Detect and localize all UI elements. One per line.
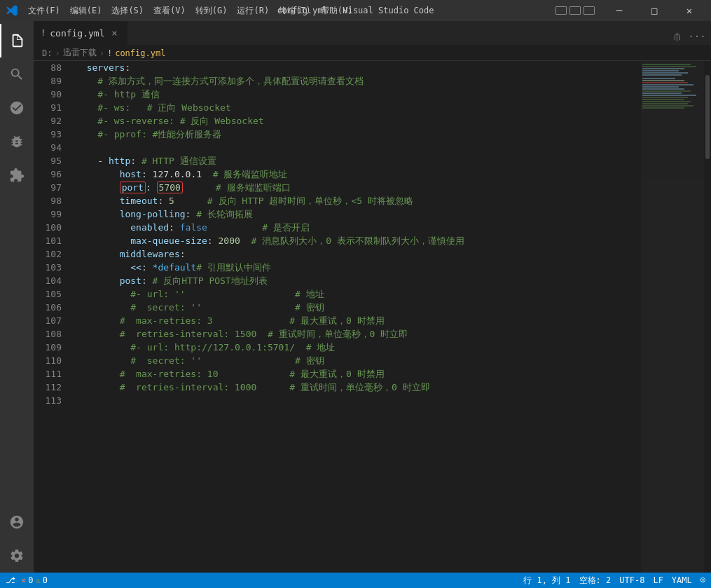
code-line: port: 5700 # 服务端监听端口 — [76, 181, 641, 194]
minimize-button[interactable]: ─ — [603, 0, 635, 21]
line-number: 102 — [34, 247, 70, 261]
code-line — [76, 141, 641, 154]
line-number: 92 — [34, 114, 70, 128]
activity-bar-bottom — [0, 505, 34, 573]
activity-account-icon[interactable] — [0, 505, 34, 539]
line-ending: LF — [653, 575, 663, 585]
code-line: middlewares: — [76, 247, 641, 261]
warning-count: 0 — [43, 575, 48, 585]
menu-edit[interactable]: 编辑(E) — [66, 4, 106, 18]
tab-close-button[interactable]: × — [109, 27, 120, 39]
code-line: # secret: '' # 密钥 — [76, 354, 641, 367]
activity-debug-icon[interactable] — [0, 125, 34, 158]
breadcrumb: D: › 迅雷下载 › ! config.yml — [34, 46, 711, 61]
code-line: #- ws: # 正向 Websocket — [76, 101, 641, 114]
activity-bar — [0, 21, 34, 573]
scrollbar-thumb[interactable] — [705, 75, 710, 159]
menu-goto[interactable]: 转到(G) — [191, 4, 232, 18]
line-number: 107 — [34, 314, 70, 327]
code-line: post: # 反向HTTP POST地址列表 — [76, 274, 641, 287]
menu-file[interactable]: 文件(F) — [24, 4, 64, 18]
activity-extensions-icon[interactable] — [0, 158, 34, 192]
tab-actions: ⫛ ··· — [669, 28, 711, 45]
code-line: # max-retries: 10 # 最大重试，0 时禁用 — [76, 367, 641, 381]
indentation: 空格: 2 — [579, 575, 612, 587]
line-numbers-gutter: 8889909192939495969798991001011021031041… — [34, 61, 70, 573]
maximize-button[interactable]: □ — [638, 0, 670, 21]
breadcrumb-file[interactable]: config.yml — [115, 48, 165, 58]
line-number: 95 — [34, 154, 70, 167]
vscode-logo-icon — [6, 4, 18, 17]
warning-icon: ⚠ — [35, 575, 40, 585]
editor-content[interactable]: 8889909192939495969798991001011021031041… — [34, 61, 711, 573]
line-number: 101 — [34, 234, 70, 247]
code-line: servers: — [76, 61, 641, 74]
main-layout: ! config.yml × ⫛ ··· D: › 迅雷下载 › ! confi… — [0, 21, 711, 573]
language-item[interactable]: YAML — [672, 575, 692, 585]
language: YAML — [672, 575, 692, 585]
code-line: # 添加方式，同一连接方式可添加多个，具体配置说明请查看文档 — [76, 74, 641, 88]
cursor-position-item[interactable]: 行 1, 列 1 — [523, 575, 570, 587]
status-bar: ⎇ ✕ 0 ⚠ 0 行 1, 列 1 空格: 2 UTF-8 LF YAML ☺ — [0, 573, 711, 588]
line-number: 113 — [34, 394, 70, 407]
error-count: 0 — [28, 575, 33, 585]
activity-settings-icon[interactable] — [0, 539, 34, 573]
line-number: 96 — [34, 167, 70, 181]
activity-git-icon[interactable] — [0, 91, 34, 125]
more-actions-button[interactable]: ··· — [689, 28, 705, 45]
indentation-item[interactable]: 空格: 2 — [579, 575, 612, 587]
line-number: 111 — [34, 367, 70, 381]
code-line: #- http 通信 — [76, 88, 641, 101]
encoding: UTF-8 — [619, 575, 644, 585]
title-bar-right: ─ □ ✕ — [555, 0, 705, 21]
code-line: # secret: '' # 密钥 — [76, 301, 641, 314]
code-line: # retries-interval: 1500 # 重试时间，单位毫秒，0 时… — [76, 327, 641, 341]
line-number: 91 — [34, 101, 70, 114]
source-control-icon: ⎇ — [6, 575, 15, 585]
activity-explorer-icon[interactable] — [0, 24, 34, 57]
layout-icon-2[interactable] — [570, 6, 581, 15]
line-number: 98 — [34, 194, 70, 207]
encoding-item[interactable]: UTF-8 — [619, 575, 644, 585]
line-number: 112 — [34, 381, 70, 394]
line-number: 106 — [34, 301, 70, 314]
line-ending-item[interactable]: LF — [653, 575, 663, 585]
line-number: 104 — [34, 274, 70, 287]
tab-bar: ! config.yml × ⫛ ··· — [34, 21, 711, 46]
breadcrumb-folder[interactable]: 迅雷下载 — [63, 47, 97, 59]
close-button[interactable]: ✕ — [673, 0, 705, 21]
line-number: 97 — [34, 181, 70, 194]
feedback-item[interactable]: ☺ — [700, 575, 705, 585]
activity-search-icon[interactable] — [0, 57, 34, 91]
menu-view[interactable]: 查看(V) — [149, 4, 190, 18]
git-branch-item[interactable]: ⎇ — [6, 575, 15, 585]
menu-select[interactable]: 选择(S) — [107, 4, 148, 18]
window-title: config.yml - Visual Studio Code — [277, 6, 434, 15]
line-number: 103 — [34, 261, 70, 274]
cursor-position: 行 1, 列 1 — [523, 575, 570, 587]
feedback-icon: ☺ — [700, 575, 705, 585]
layout-icon-3[interactable] — [584, 6, 595, 15]
code-line: #- ws-reverse: # 反向 Websocket — [76, 114, 641, 128]
breadcrumb-sep-2: › — [99, 48, 104, 58]
errors-item[interactable]: ✕ 0 ⚠ 0 — [21, 575, 48, 585]
code-line: enabled: false # 是否开启 — [76, 221, 641, 234]
code-line: max-queue-size: 2000 # 消息队列大小，0 表示不限制队列大… — [76, 234, 641, 247]
menu-run[interactable]: 运行(R) — [233, 4, 273, 18]
line-number: 90 — [34, 88, 70, 101]
breadcrumb-drive[interactable]: D: — [42, 48, 52, 58]
code-line: #- pprof: #性能分析服务器 — [76, 128, 641, 141]
tab-name: config.yml — [50, 28, 104, 39]
line-number: 93 — [34, 128, 70, 141]
vertical-scrollbar[interactable] — [704, 61, 711, 573]
split-editor-button[interactable]: ⫛ — [669, 28, 686, 45]
layout-icon-1[interactable] — [555, 6, 567, 15]
line-number: 89 — [34, 74, 70, 88]
config-yml-tab[interactable]: ! config.yml × — [34, 21, 128, 45]
minimap — [641, 61, 704, 573]
error-icon: ✕ — [21, 575, 26, 585]
status-bar-left: ⎇ ✕ 0 ⚠ 0 — [6, 575, 48, 585]
tab-file-icon: ! — [41, 28, 46, 38]
code-area[interactable]: servers: # 添加方式，同一连接方式可添加多个，具体配置说明请查看文档 … — [70, 61, 641, 573]
code-line: # max-retries: 3 # 最大重试，0 时禁用 — [76, 314, 641, 327]
